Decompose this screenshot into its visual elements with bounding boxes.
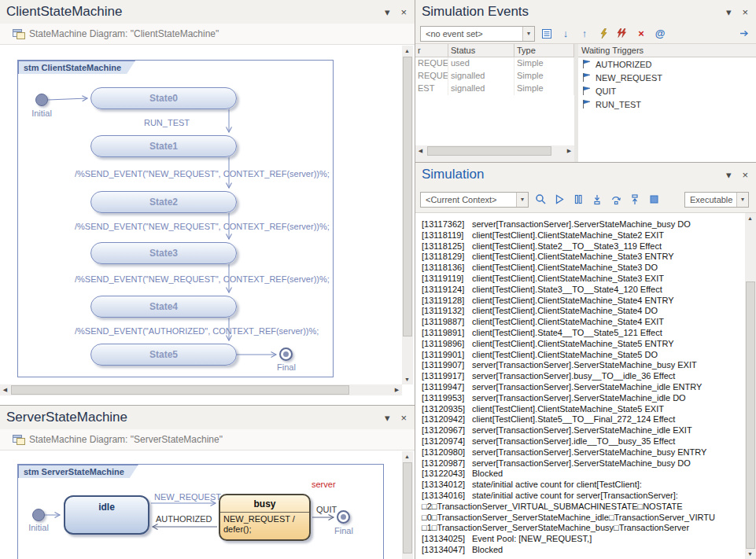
- waiting-triggers-header: Waiting Triggers: [578, 44, 756, 57]
- close-icon[interactable]: ×: [742, 7, 748, 17]
- collapse-icon[interactable]: ▾: [726, 7, 732, 17]
- workspace: ClientStateMachine ▾ × StateMachine Diag…: [0, 0, 756, 559]
- stop-icon[interactable]: [647, 193, 661, 207]
- log-line: [13118129]client[TestClient].ClientState…: [422, 252, 745, 263]
- events-horizontal-scrollbar[interactable]: ◀ ▶: [415, 145, 574, 157]
- simulation-toolbar: <Current Context> ▾: [415, 186, 756, 213]
- scroll-down-button[interactable]: ▼: [745, 549, 755, 559]
- waiting-trigger-item[interactable]: QUIT: [578, 84, 756, 97]
- chevron-down-icon[interactable]: ▾: [516, 193, 528, 207]
- close-icon[interactable]: ×: [400, 7, 407, 17]
- column-header-type[interactable]: Type: [514, 44, 574, 57]
- log-timestamp: [13119119]: [422, 274, 472, 285]
- scroll-left-button[interactable]: ◀: [415, 145, 426, 156]
- log-line: [13120974]server[TransactionServer].idle…: [422, 436, 745, 447]
- state-state0[interactable]: State0: [90, 87, 237, 109]
- cell-type: Simple: [514, 70, 574, 83]
- scrollbar-thumb[interactable]: [11, 385, 349, 395]
- table-row[interactable]: REQUES signalled Simple: [415, 70, 574, 83]
- events-table: r Status Type REQUES used Simple REQUES …: [415, 44, 574, 145]
- state-idle[interactable]: idle: [64, 495, 149, 535]
- close-icon[interactable]: ×: [742, 170, 748, 180]
- statemachine-diagram-icon: [13, 435, 25, 445]
- play-icon[interactable]: [552, 193, 566, 207]
- transition-label-run-test: RUN_TEST: [120, 118, 214, 127]
- state-state4[interactable]: State4: [90, 296, 237, 318]
- waiting-trigger-item[interactable]: NEW_REQUEST: [578, 71, 756, 84]
- search-icon[interactable]: [533, 193, 548, 207]
- state-state1[interactable]: State1: [90, 135, 237, 157]
- state-state5[interactable]: State5: [90, 344, 237, 366]
- table-row[interactable]: REQUES used Simple: [415, 57, 574, 70]
- move-down-icon[interactable]: ↓: [559, 27, 573, 41]
- final-label: Final: [263, 362, 310, 372]
- multi-fire-trigger-icon[interactable]: [615, 27, 629, 41]
- scroll-right-button[interactable]: ▶: [392, 384, 402, 395]
- log-line: [13119128]client[TestClient].ClientState…: [422, 296, 745, 307]
- client-vertical-scrollbar[interactable]: ▲ ▼: [402, 46, 413, 384]
- fire-next-arrow-icon[interactable]: [737, 27, 751, 41]
- scroll-down-button[interactable]: ▼: [402, 374, 412, 384]
- log-timestamp: [13118119]: [422, 230, 472, 241]
- scrollbar-thumb[interactable]: [427, 146, 551, 156]
- log-line: [13134025]Event Pool: [NEW_REQUEST,]: [422, 534, 745, 545]
- chevron-down-icon[interactable]: ▾: [522, 27, 534, 41]
- simulation-vertical-scrollbar[interactable]: ▲ ▼: [745, 213, 756, 559]
- state-state2[interactable]: State2: [90, 191, 237, 213]
- context-dropdown[interactable]: <Current Context> ▾: [420, 192, 529, 208]
- event-set-list-icon[interactable]: [540, 27, 554, 41]
- step-out-icon[interactable]: [628, 193, 642, 207]
- client-diagram-canvas[interactable]: stm ClientStateMachine In: [0, 46, 402, 384]
- column-header-status[interactable]: Status: [448, 44, 514, 57]
- trigger-flag-icon: [581, 99, 592, 109]
- cell-status: used: [448, 57, 514, 70]
- scroll-right-button[interactable]: ▶: [564, 145, 574, 156]
- pause-icon[interactable]: [571, 193, 585, 207]
- mode-value: Executable: [685, 195, 736, 204]
- scrollbar-thumb[interactable]: [403, 462, 412, 553]
- close-icon[interactable]: ×: [400, 413, 407, 423]
- final-node[interactable]: [337, 510, 350, 524]
- move-up-icon[interactable]: ↑: [577, 27, 592, 41]
- log-line: [13120980]server[TransactionServer].Serv…: [422, 447, 745, 458]
- delete-trigger-icon[interactable]: ×: [634, 27, 648, 41]
- chevron-down-icon[interactable]: ▾: [736, 193, 748, 207]
- log-timestamp: [13119132]: [422, 306, 472, 317]
- server-diagram-canvas[interactable]: stm ServerStateMachine Initial idle: [0, 451, 402, 559]
- step-over-icon[interactable]: [609, 193, 623, 207]
- scroll-up-button[interactable]: ▲: [402, 46, 412, 56]
- collapse-icon[interactable]: ▾: [385, 413, 390, 423]
- event-set-dropdown[interactable]: <no event set> ▾: [420, 26, 535, 42]
- server-statemachine-panel: ServerStateMachine ▾ × StateMachine Diag…: [0, 406, 415, 559]
- client-horizontal-scrollbar[interactable]: ◀ ▶: [0, 384, 402, 395]
- state-busy[interactable]: busy NEW_REQUEST / defer();: [219, 494, 311, 541]
- step-into-icon[interactable]: [590, 193, 604, 207]
- cell-type: Simple: [514, 83, 574, 95]
- scrollbar-thumb[interactable]: [403, 57, 412, 337]
- initial-node[interactable]: [32, 509, 45, 521]
- log-timestamp: [13134025]: [422, 534, 472, 545]
- fire-trigger-icon[interactable]: [596, 27, 610, 41]
- server-vertical-scrollbar[interactable]: ▲: [402, 451, 413, 559]
- waiting-trigger-item[interactable]: AUTHORIZED: [578, 57, 756, 71]
- waiting-trigger-item[interactable]: RUN_TEST: [578, 97, 756, 111]
- table-row[interactable]: EST signalled Simple: [415, 83, 574, 95]
- cell-status: signalled: [448, 70, 514, 83]
- column-header-trigger[interactable]: r: [415, 44, 448, 57]
- scroll-up-button[interactable]: ▲: [745, 213, 755, 223]
- log-timestamp: [13119907]: [422, 360, 472, 371]
- scroll-up-button[interactable]: ▲: [402, 451, 412, 462]
- diagram-caption: StateMachine Diagram: "ClientStateMachin…: [0, 24, 415, 45]
- final-node[interactable]: [279, 348, 293, 361]
- at-icon[interactable]: @: [653, 27, 667, 41]
- scroll-left-button[interactable]: ◀: [0, 384, 10, 395]
- collapse-icon[interactable]: ▾: [726, 170, 732, 180]
- state-state3[interactable]: State3: [90, 242, 237, 264]
- scrollbar-thumb[interactable]: [746, 281, 755, 549]
- collapse-icon[interactable]: ▾: [385, 7, 390, 17]
- simulation-log[interactable]: [13117362]server[TransactionServer].Serv…: [415, 213, 745, 559]
- transition-label-send-new-request: /%SEND_EVENT("NEW_REQUEST", CONTEXT_REF(…: [75, 169, 330, 178]
- client-statemachine-panel: ClientStateMachine ▾ × StateMachine Diag…: [0, 0, 415, 406]
- mode-dropdown[interactable]: Executable ▾: [684, 192, 749, 208]
- initial-node[interactable]: [35, 94, 48, 106]
